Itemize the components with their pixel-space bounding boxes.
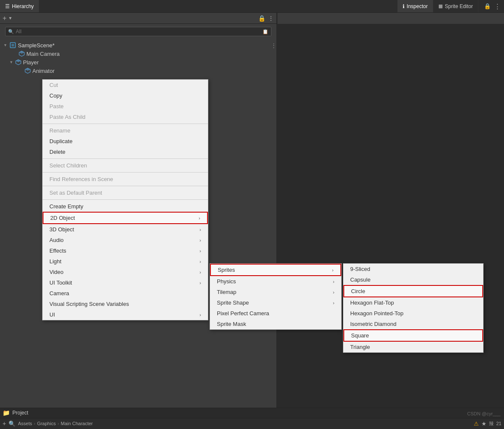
bottom-add-button[interactable]: + (3, 420, 6, 427)
hexagon-pointed-label: Hexagon Pointed-Top (350, 310, 403, 317)
hierarchy-menu-icon[interactable]: ⋮ (268, 15, 274, 22)
submenu-2d-sprite-shape[interactable]: Sprite Shape › (210, 297, 341, 308)
sprites-label: Sprites (218, 267, 235, 273)
layer-icon[interactable]: 辣 (489, 420, 494, 427)
hierarchy-tab-icon: ☰ (5, 3, 10, 9)
svg-rect-1 (12, 44, 14, 46)
menu-item-paste[interactable]: Paste (43, 101, 208, 112)
inspector-icon: ℹ (403, 3, 405, 9)
sprite-isometric-diamond[interactable]: Isometric Diamond (343, 319, 483, 329)
light-label: Light (49, 258, 61, 265)
menu-item-find-references[interactable]: Find References in Scene (43, 174, 208, 184)
submenu-2d-pixel-perfect[interactable]: Pixel Perfect Camera (210, 308, 341, 319)
ui-arrow: › (199, 312, 201, 317)
menu-dots-icon[interactable]: ⋮ (494, 3, 501, 10)
add-object-button[interactable]: + (3, 14, 6, 22)
duplicate-label: Duplicate (49, 138, 72, 144)
warning-icon[interactable]: ⚠ (474, 420, 479, 427)
tree-item-player[interactable]: ▼ Player (0, 58, 276, 66)
bottom-search-icon[interactable]: 🔍 (9, 420, 15, 427)
2d-object-arrow: › (199, 216, 200, 221)
menu-item-create-empty[interactable]: Create Empty (43, 201, 208, 212)
tree-item-main-camera[interactable]: Main Camera (0, 49, 276, 58)
menu-item-copy[interactable]: Copy (43, 90, 208, 101)
sprite-hexagon-pointed[interactable]: Hexagon Pointed-Top (343, 308, 483, 319)
physics-label: Physics (217, 278, 236, 285)
create-empty-label: Create Empty (49, 203, 83, 210)
sprite-editor-label: Sprite Editor (445, 3, 473, 9)
tab-hierarchy[interactable]: ☰ Hierarchy (0, 0, 39, 12)
visual-scripting-label: Visual Scripting Scene Variables (49, 301, 129, 307)
separator-3 (43, 172, 208, 173)
add-dropdown-button[interactable]: ▼ (8, 16, 12, 20)
sprite-shape-arrow: › (333, 300, 334, 305)
scene-icon (9, 42, 16, 49)
cut-label: Cut (49, 82, 58, 88)
cube-icon-animator (25, 68, 31, 74)
scene-expand-arrow: ▼ (3, 43, 8, 47)
audio-arrow: › (199, 238, 201, 243)
set-default-parent-label: Set as Default Parent (49, 190, 102, 196)
project-tab-label[interactable]: Project (12, 410, 28, 416)
lock-icon[interactable]: 🔒 (484, 3, 491, 9)
scene-label: SampleScene* (18, 42, 55, 49)
hierarchy-lock-icon[interactable]: 🔒 (258, 15, 265, 22)
menu-item-audio[interactable]: Audio › (43, 235, 208, 245)
menu-item-cut[interactable]: Cut (43, 80, 208, 90)
sprite-triangle[interactable]: Triangle (343, 342, 483, 352)
menu-item-set-default-parent[interactable]: Set as Default Parent (43, 187, 208, 198)
ui-label: UI (49, 311, 55, 318)
pixel-perfect-label: Pixel Perfect Camera (217, 310, 269, 317)
menu-item-light[interactable]: Light › (43, 256, 208, 267)
separator-5 (43, 199, 208, 200)
camera-label: Camera (49, 290, 69, 297)
sprite-square[interactable]: Square (343, 329, 483, 342)
scene-context-icon[interactable]: ⋮ (271, 42, 276, 49)
menu-item-paste-as-child[interactable]: Paste As Child (43, 112, 208, 122)
sprite-circle[interactable]: Circle (343, 285, 483, 297)
menu-item-camera[interactable]: Camera (43, 288, 208, 299)
tab-inspector[interactable]: ℹ Inspector (397, 0, 433, 12)
search-input[interactable] (16, 29, 261, 35)
star-icon[interactable]: ★ (481, 420, 487, 427)
submenu-2d-tilemap[interactable]: Tilemap › (210, 287, 341, 297)
menu-item-duplicate[interactable]: Duplicate (43, 136, 208, 147)
menu-item-visual-scripting[interactable]: Visual Scripting Scene Variables (43, 299, 208, 309)
tree-item-animator[interactable]: Animator (0, 66, 276, 75)
paste-as-child-label: Paste As Child (49, 114, 86, 120)
3d-object-arrow: › (199, 227, 201, 232)
tab-sprite-editor[interactable]: ▦ Sprite Editor (433, 0, 478, 12)
effects-label: Effects (49, 248, 66, 254)
sprite-9sliced[interactable]: 9-Sliced (343, 264, 483, 274)
sprite-capsule[interactable]: Capsule (343, 274, 483, 285)
triangle-label: Triangle (350, 344, 370, 350)
sprite-editor-icon: ▦ (438, 3, 443, 9)
menu-item-effects[interactable]: Effects › (43, 245, 208, 256)
search-bar[interactable]: 🔍 📋 (5, 27, 271, 36)
animator-label: Animator (32, 68, 55, 74)
menu-item-rename[interactable]: Rename (43, 125, 208, 136)
submenu-2d-sprite-mask[interactable]: Sprite Mask (210, 319, 341, 329)
search-area: 🔍 📋 (0, 24, 276, 39)
circle-label: Circle (351, 288, 365, 294)
svg-marker-7 (25, 68, 30, 71)
menu-item-ui-toolkit[interactable]: UI Toolkit › (43, 277, 208, 288)
separator-1 (43, 124, 208, 124)
video-arrow: › (199, 270, 201, 275)
menu-item-ui[interactable]: UI › (43, 309, 208, 320)
inspector-label: Inspector (407, 3, 428, 9)
submenu-2d-object: Sprites › Physics › Tilemap › Sprite Sha… (210, 263, 342, 330)
submenu-2d-sprites[interactable]: Sprites › (210, 264, 341, 276)
menu-item-video[interactable]: Video › (43, 267, 208, 277)
tree-item-scene[interactable]: ▼ SampleScene* ⋮ (0, 41, 276, 49)
submenu-2d-physics[interactable]: Physics › (210, 276, 341, 287)
menu-item-select-children[interactable]: Select Children (43, 160, 208, 171)
sprite-hexagon-flat[interactable]: Hexagon Flat-Top (343, 297, 483, 308)
search-clear-icon[interactable]: 📋 (262, 29, 268, 35)
menu-item-3d-object[interactable]: 3D Object › (43, 224, 208, 235)
video-label: Video (49, 269, 63, 275)
menu-item-2d-object[interactable]: 2D Object › (43, 212, 208, 224)
separator-4 (43, 186, 208, 186)
menu-item-delete[interactable]: Delete (43, 147, 208, 157)
svg-marker-5 (16, 60, 21, 62)
